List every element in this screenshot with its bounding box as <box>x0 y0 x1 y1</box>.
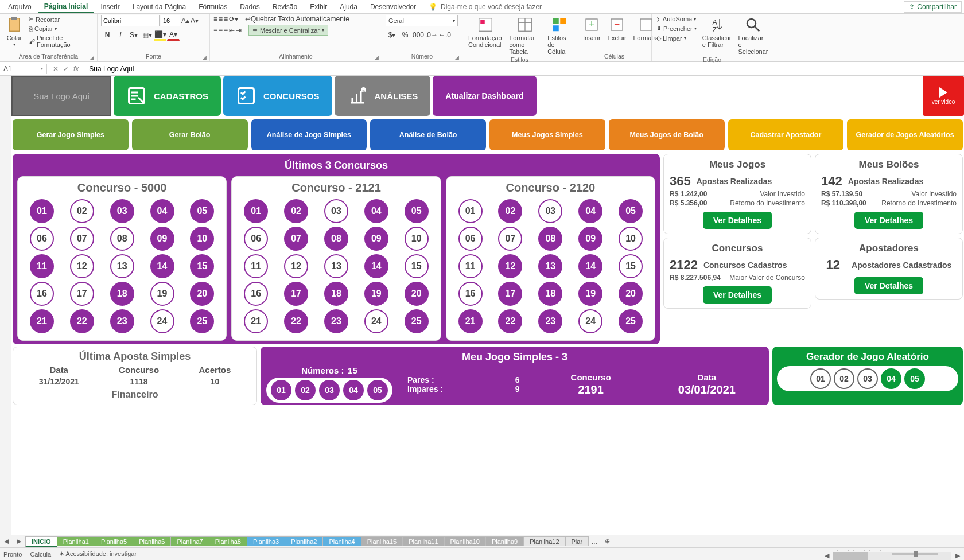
worksheet-area[interactable]: Sua Logo Aqui CADASTROS CONCURSOS $ANÁLI… <box>0 76 964 535</box>
bold-button[interactable]: N <box>101 29 114 41</box>
accounting-button[interactable]: $▾ <box>386 29 398 41</box>
font-name-combo[interactable] <box>101 15 160 26</box>
menu-revisao[interactable]: Revisão <box>267 1 303 13</box>
formula-input[interactable] <box>84 64 964 74</box>
dialog-launcher-icon[interactable]: ◢ <box>375 55 380 60</box>
indent-inc-button[interactable]: ⇥ <box>236 26 242 34</box>
action-button[interactable]: Cadastrar Apostador <box>728 119 844 150</box>
menu-desenvolvedor[interactable]: Desenvolvedor <box>364 1 422 13</box>
sheet-tab[interactable]: Planilha6 <box>133 536 171 546</box>
ver-detalhes-button[interactable]: Ver Detalhes <box>854 277 923 294</box>
logo-placeholder[interactable]: Sua Logo Aqui <box>11 76 111 116</box>
tab-nav-next[interactable]: ▶ <box>13 538 25 545</box>
analises-button[interactable]: $ANÁLISES <box>335 76 431 116</box>
action-button[interactable]: Meus Jogos de Bolão <box>609 119 725 150</box>
fill-button[interactable]: ⬇Preencher▾ <box>655 24 698 33</box>
action-button[interactable]: Gerar Bolão <box>132 119 248 150</box>
tab-more[interactable]: … <box>588 538 601 545</box>
align-top-button[interactable]: ≡ <box>213 15 217 23</box>
concursos-button[interactable]: CONCURSOS <box>223 76 332 116</box>
font-color-button[interactable]: A▾ <box>167 29 180 41</box>
menu-layout[interactable]: Layout da Página <box>127 1 192 13</box>
action-button[interactable]: Análise de Bolão <box>370 119 486 150</box>
dialog-launcher-icon[interactable]: ◢ <box>90 55 96 60</box>
sheet-tab[interactable]: Planilha15 <box>361 536 403 546</box>
enter-icon[interactable]: ✓ <box>63 65 69 73</box>
number-format-combo[interactable]: Geral▾ <box>386 15 458 26</box>
sheet-tab[interactable]: Planilha9 <box>485 536 524 546</box>
menu-arquivo[interactable]: Arquivo <box>2 1 37 13</box>
sheet-tab[interactable]: Planilha12 <box>523 536 565 546</box>
menu-exibir[interactable]: Exibir <box>304 1 333 13</box>
tab-nav-prev[interactable]: ◀ <box>0 538 13 545</box>
align-left-button[interactable]: ≡ <box>213 26 217 34</box>
merge-center-button[interactable]: ⬌Mesclar e Centralizar▾ <box>248 25 328 36</box>
border-button[interactable]: ▦▾ <box>141 29 153 41</box>
fill-color-button[interactable]: ⬛▾ <box>154 29 166 41</box>
autosum-button[interactable]: ∑AutoSoma▾ <box>655 15 698 23</box>
action-button[interactable]: Análise de Jogo Simples <box>251 119 367 150</box>
accessibility-status[interactable]: ✶ Acessibilidade: investigar <box>59 550 137 558</box>
action-button[interactable]: Gerador de Jogos Aleatórios <box>847 119 963 150</box>
indent-dec-button[interactable]: ⇤ <box>229 26 235 34</box>
fx-icon[interactable]: fx <box>73 65 79 73</box>
percent-button[interactable]: % <box>399 29 411 41</box>
dec-decimal-button[interactable]: ←.0 <box>438 29 451 41</box>
action-button[interactable]: Gerar Jogo Simples <box>13 119 129 150</box>
cut-button[interactable]: ✂Recortar <box>28 15 94 24</box>
format-painter-button[interactable]: 🖌Pincel de Formatação <box>28 34 94 49</box>
grow-font-button[interactable]: A▴ <box>181 17 189 25</box>
atualizar-dashboard-button[interactable]: Atualizar Dashboard <box>433 76 536 116</box>
inc-decimal-button[interactable]: .0→ <box>425 29 438 41</box>
sheet-tab[interactable]: Planilha7 <box>170 536 209 546</box>
name-box[interactable]: A1▾ <box>0 64 47 74</box>
insert-cells-button[interactable]: +Inserir <box>581 15 603 42</box>
ver-detalhes-button[interactable]: Ver Detalhes <box>703 286 772 304</box>
sheet-tab[interactable]: Planilha10 <box>444 536 486 546</box>
copy-button[interactable]: ⎘Copiar▾ <box>28 25 94 33</box>
dialog-launcher-icon[interactable]: ◢ <box>203 55 208 60</box>
orientation-button[interactable]: ⟳▾ <box>229 15 238 23</box>
underline-button[interactable]: S▾ <box>127 29 140 41</box>
action-button[interactable]: Meus Jogos Simples <box>489 119 605 150</box>
cancel-icon[interactable]: ✕ <box>53 65 59 73</box>
tell-me[interactable]: 💡Diga-me o que você deseja fazer <box>423 3 542 11</box>
align-center-button[interactable]: ≡ <box>219 26 223 34</box>
align-middle-button[interactable]: ≡ <box>219 15 223 23</box>
ver-detalhes-button[interactable]: Ver Detalhes <box>854 212 923 229</box>
sheet-tab[interactable]: Planilha3 <box>247 536 285 546</box>
italic-button[interactable]: I <box>114 29 127 41</box>
shrink-font-button[interactable]: A▾ <box>191 17 199 25</box>
share-button[interactable]: ⇪Compartilhar <box>904 1 962 13</box>
menu-inserir[interactable]: Inserir <box>95 1 125 13</box>
sheet-tab[interactable]: Planilha1 <box>57 536 95 546</box>
clear-button[interactable]: ◇Limpar▾ <box>655 34 698 42</box>
sort-filter-button[interactable]: AZClassificar e Filtrar <box>700 15 734 49</box>
menu-formulas[interactable]: Fórmulas <box>193 1 233 13</box>
cell-styles-button[interactable]: Estilos de Célula <box>545 15 573 56</box>
cadastros-button[interactable]: CADASTROS <box>114 76 221 116</box>
sheet-tab[interactable]: Planilha8 <box>209 536 247 546</box>
sheet-tab[interactable]: Planilha4 <box>322 536 361 546</box>
wrap-text-button[interactable]: ↩Quebrar Texto Automaticamente <box>245 15 349 23</box>
dialog-launcher-icon[interactable]: ◢ <box>455 55 461 60</box>
ver-video-button[interactable]: ver video <box>923 76 964 116</box>
paste-button[interactable]: Colar▾ <box>3 15 25 49</box>
new-sheet-button[interactable]: ⊕ <box>601 538 613 545</box>
menu-dados[interactable]: Dados <box>234 1 266 13</box>
sheet-tab[interactable]: INICIO <box>25 536 57 547</box>
horizontal-scrollbar[interactable]: ◀▶ <box>821 551 964 560</box>
conditional-format-button[interactable]: Formatação Condicional <box>466 15 504 49</box>
find-select-button[interactable]: Localizar e Selecionar <box>736 15 771 56</box>
comma-button[interactable]: 000 <box>412 29 425 41</box>
menu-pagina-inicial[interactable]: Página Inicial <box>38 1 94 13</box>
menu-ajuda[interactable]: Ajuda <box>334 1 363 13</box>
align-bottom-button[interactable]: ≡ <box>224 15 228 23</box>
sheet-tab[interactable]: Planilha11 <box>402 536 444 546</box>
sheet-tab[interactable]: Planilha2 <box>285 536 323 546</box>
format-table-button[interactable]: Formatar como Tabela <box>507 15 543 56</box>
sheet-tab[interactable]: Planilha5 <box>95 536 133 546</box>
font-size-combo[interactable] <box>161 15 180 26</box>
ver-detalhes-button[interactable]: Ver Detalhes <box>703 212 772 229</box>
align-right-button[interactable]: ≡ <box>224 26 228 34</box>
